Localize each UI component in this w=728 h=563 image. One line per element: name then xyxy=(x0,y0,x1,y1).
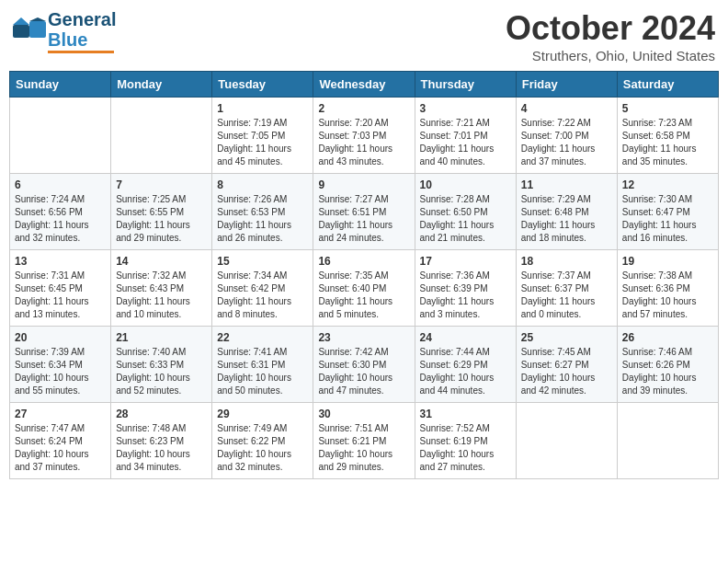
day-header-monday: Monday xyxy=(111,72,212,98)
day-content: Sunrise: 7:44 AM Sunset: 6:29 PM Dayligh… xyxy=(420,346,511,397)
day-number: 20 xyxy=(15,331,106,344)
calendar-week-row: 1Sunrise: 7:19 AM Sunset: 7:05 PM Daylig… xyxy=(10,98,719,174)
day-content: Sunrise: 7:26 AM Sunset: 6:53 PM Dayligh… xyxy=(217,193,308,245)
calendar-cell: 31Sunrise: 7:52 AM Sunset: 6:19 PM Dayli… xyxy=(415,403,516,479)
title-block: October 2024 Struthers, Ohio, United Sta… xyxy=(506,9,715,63)
day-number: 24 xyxy=(420,331,511,344)
day-number: 7 xyxy=(116,178,207,191)
day-content: Sunrise: 7:38 AM Sunset: 6:36 PM Dayligh… xyxy=(622,270,713,321)
day-content: Sunrise: 7:41 AM Sunset: 6:31 PM Dayligh… xyxy=(217,346,308,397)
day-header-sunday: Sunday xyxy=(10,72,111,98)
day-number: 25 xyxy=(521,331,612,344)
day-number: 17 xyxy=(420,255,511,268)
day-number: 10 xyxy=(420,178,511,191)
day-content: Sunrise: 7:34 AM Sunset: 6:42 PM Dayligh… xyxy=(217,270,308,321)
logo-underline xyxy=(48,51,114,53)
day-content: Sunrise: 7:39 AM Sunset: 6:34 PM Dayligh… xyxy=(15,346,106,397)
day-header-saturday: Saturday xyxy=(617,72,718,98)
calendar-cell: 12Sunrise: 7:30 AM Sunset: 6:47 PM Dayli… xyxy=(617,174,718,250)
day-number: 12 xyxy=(622,178,713,191)
day-number: 6 xyxy=(15,178,106,191)
calendar-cell: 11Sunrise: 7:29 AM Sunset: 6:48 PM Dayli… xyxy=(516,174,617,250)
day-header-wednesday: Wednesday xyxy=(313,72,415,98)
calendar-cell: 27Sunrise: 7:47 AM Sunset: 6:24 PM Dayli… xyxy=(10,403,111,479)
day-number: 27 xyxy=(15,408,106,420)
calendar-cell xyxy=(111,98,212,174)
day-content: Sunrise: 7:46 AM Sunset: 6:26 PM Dayligh… xyxy=(622,346,713,397)
day-number: 9 xyxy=(318,178,409,191)
day-content: Sunrise: 7:20 AM Sunset: 7:03 PM Dayligh… xyxy=(318,117,409,168)
day-number: 21 xyxy=(116,331,207,344)
month-title: October 2024 xyxy=(506,9,715,48)
day-content: Sunrise: 7:51 AM Sunset: 6:21 PM Dayligh… xyxy=(318,422,409,474)
day-number: 5 xyxy=(622,102,713,115)
calendar-cell: 20Sunrise: 7:39 AM Sunset: 6:34 PM Dayli… xyxy=(10,327,111,403)
calendar-cell: 13Sunrise: 7:31 AM Sunset: 6:45 PM Dayli… xyxy=(10,250,111,327)
svg-marker-1 xyxy=(13,17,29,25)
day-content: Sunrise: 7:52 AM Sunset: 6:19 PM Dayligh… xyxy=(420,422,511,474)
day-content: Sunrise: 7:32 AM Sunset: 6:43 PM Dayligh… xyxy=(116,270,207,321)
calendar-cell: 17Sunrise: 7:36 AM Sunset: 6:39 PM Dayli… xyxy=(415,250,516,327)
day-number: 23 xyxy=(318,331,409,344)
location: Struthers, Ohio, United States xyxy=(506,48,715,63)
day-number: 1 xyxy=(217,102,308,115)
calendar-cell xyxy=(516,403,617,479)
day-content: Sunrise: 7:37 AM Sunset: 6:37 PM Dayligh… xyxy=(521,270,612,321)
day-number: 2 xyxy=(318,102,409,115)
calendar-cell: 14Sunrise: 7:32 AM Sunset: 6:43 PM Dayli… xyxy=(111,250,212,327)
logo-icon xyxy=(13,17,46,45)
calendar-week-row: 20Sunrise: 7:39 AM Sunset: 6:34 PM Dayli… xyxy=(10,327,719,403)
day-number: 11 xyxy=(521,178,612,191)
calendar-cell: 15Sunrise: 7:34 AM Sunset: 6:42 PM Dayli… xyxy=(212,250,313,327)
calendar-week-row: 27Sunrise: 7:47 AM Sunset: 6:24 PM Dayli… xyxy=(10,403,719,479)
calendar-cell xyxy=(617,403,718,479)
day-content: Sunrise: 7:24 AM Sunset: 6:56 PM Dayligh… xyxy=(15,193,106,245)
calendar-cell: 19Sunrise: 7:38 AM Sunset: 6:36 PM Dayli… xyxy=(617,250,718,327)
day-content: Sunrise: 7:21 AM Sunset: 7:01 PM Dayligh… xyxy=(420,117,511,168)
day-number: 28 xyxy=(116,408,207,420)
calendar-week-row: 6Sunrise: 7:24 AM Sunset: 6:56 PM Daylig… xyxy=(10,174,719,250)
calendar-cell: 26Sunrise: 7:46 AM Sunset: 6:26 PM Dayli… xyxy=(617,327,718,403)
day-number: 18 xyxy=(521,255,612,268)
calendar-cell: 10Sunrise: 7:28 AM Sunset: 6:50 PM Dayli… xyxy=(415,174,516,250)
day-header-friday: Friday xyxy=(516,72,617,98)
calendar-cell: 8Sunrise: 7:26 AM Sunset: 6:53 PM Daylig… xyxy=(212,174,313,250)
logo-text-general: General xyxy=(48,9,116,29)
calendar-cell: 22Sunrise: 7:41 AM Sunset: 6:31 PM Dayli… xyxy=(212,327,313,403)
day-number: 26 xyxy=(622,331,713,344)
day-number: 13 xyxy=(15,255,106,268)
day-number: 16 xyxy=(318,255,409,268)
calendar-cell: 9Sunrise: 7:27 AM Sunset: 6:51 PM Daylig… xyxy=(313,174,415,250)
day-number: 29 xyxy=(217,408,308,420)
calendar-cell: 3Sunrise: 7:21 AM Sunset: 7:01 PM Daylig… xyxy=(415,98,516,174)
svg-rect-0 xyxy=(13,25,29,38)
calendar-cell: 6Sunrise: 7:24 AM Sunset: 6:56 PM Daylig… xyxy=(10,174,111,250)
day-header-thursday: Thursday xyxy=(415,72,516,98)
calendar-cell: 21Sunrise: 7:40 AM Sunset: 6:33 PM Dayli… xyxy=(111,327,212,403)
day-content: Sunrise: 7:45 AM Sunset: 6:27 PM Dayligh… xyxy=(521,346,612,397)
calendar-cell: 18Sunrise: 7:37 AM Sunset: 6:37 PM Dayli… xyxy=(516,250,617,327)
calendar-week-row: 13Sunrise: 7:31 AM Sunset: 6:45 PM Dayli… xyxy=(10,250,719,327)
day-number: 22 xyxy=(217,331,308,344)
calendar-cell: 25Sunrise: 7:45 AM Sunset: 6:27 PM Dayli… xyxy=(516,327,617,403)
logo-text-blue: Blue xyxy=(48,29,116,50)
day-number: 31 xyxy=(420,408,511,420)
day-number: 3 xyxy=(420,102,511,115)
day-content: Sunrise: 7:31 AM Sunset: 6:45 PM Dayligh… xyxy=(15,270,106,321)
calendar-cell: 28Sunrise: 7:48 AM Sunset: 6:23 PM Dayli… xyxy=(111,403,212,479)
svg-rect-2 xyxy=(29,21,46,38)
day-content: Sunrise: 7:49 AM Sunset: 6:22 PM Dayligh… xyxy=(217,422,308,474)
day-content: Sunrise: 7:22 AM Sunset: 7:00 PM Dayligh… xyxy=(521,117,612,168)
day-content: Sunrise: 7:25 AM Sunset: 6:55 PM Dayligh… xyxy=(116,193,207,245)
calendar-cell: 1Sunrise: 7:19 AM Sunset: 7:05 PM Daylig… xyxy=(212,98,313,174)
svg-marker-3 xyxy=(29,17,46,21)
day-content: Sunrise: 7:35 AM Sunset: 6:40 PM Dayligh… xyxy=(318,270,409,321)
logo: General Blue xyxy=(13,9,116,53)
day-content: Sunrise: 7:28 AM Sunset: 6:50 PM Dayligh… xyxy=(420,193,511,245)
day-number: 19 xyxy=(622,255,713,268)
day-content: Sunrise: 7:42 AM Sunset: 6:30 PM Dayligh… xyxy=(318,346,409,397)
day-number: 4 xyxy=(521,102,612,115)
calendar-cell: 24Sunrise: 7:44 AM Sunset: 6:29 PM Dayli… xyxy=(415,327,516,403)
calendar-cell: 16Sunrise: 7:35 AM Sunset: 6:40 PM Dayli… xyxy=(313,250,415,327)
day-header-tuesday: Tuesday xyxy=(212,72,313,98)
